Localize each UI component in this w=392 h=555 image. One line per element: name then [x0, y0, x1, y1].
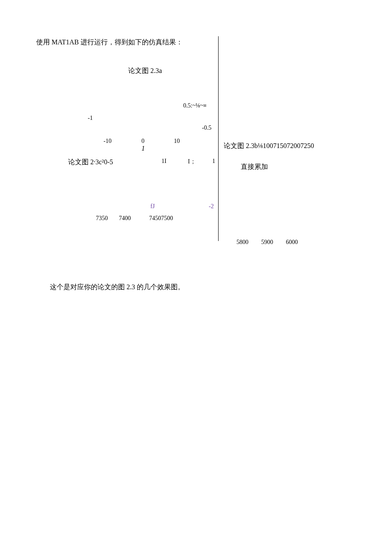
chart-b-x-5800: 5800 — [236, 239, 248, 246]
chart-b-x-5900: 5900 — [261, 239, 273, 246]
conclusion-text: 这个是对应你的论文的图 2.3 的几个效果图。 — [36, 283, 184, 292]
chart-b-x-6000: 6000 — [286, 239, 298, 246]
chart-a-y-neg1: -1 — [88, 115, 93, 122]
chart-a-x-10: 10 — [174, 138, 180, 145]
chart-a-axis-label: 1 — [141, 145, 145, 152]
chart-c-title: 论文图 2·3c²0-5 — [68, 158, 113, 167]
vertical-divider — [218, 36, 219, 241]
chart-area: 论文图 2.3a 0.5:~⅛~≡ -1 -0.5 -10 0 10 1 论文图… — [36, 49, 356, 262]
chart-c-mark-1I: 1I — [161, 158, 167, 165]
chart-c-x-7400: 7400 — [119, 215, 131, 222]
intro-text: 使用 MAT1AB 进行运行，得到如下的仿真结果： — [36, 36, 356, 49]
chart-c-x-74507500: 74507500 — [149, 215, 173, 222]
chart-b-legend: 直接累加 — [241, 163, 268, 171]
chart-a-y-05: 0.5:~⅛~≡ — [183, 102, 207, 109]
chart-c-mark-fJ: fJ — [150, 203, 155, 210]
chart-a-title: 论文图 2.3a — [128, 67, 162, 76]
chart-a-y-05-text: 0.5:~⅛~≡ — [183, 102, 207, 109]
chart-a-x-neg10: -10 — [104, 138, 112, 145]
chart-c-mark-neg2: -2 — [209, 203, 214, 210]
chart-a-x-0: 0 — [141, 138, 144, 145]
chart-b-title: 论文图 2.3b⅛100715072007250 — [224, 142, 314, 151]
chart-c-x-7350: 7350 — [96, 215, 108, 222]
chart-c-mark-1: 1 — [212, 158, 215, 165]
chart-a-y-neg05: -0.5 — [202, 125, 211, 131]
chart-c-mark-I: I； — [188, 158, 196, 166]
